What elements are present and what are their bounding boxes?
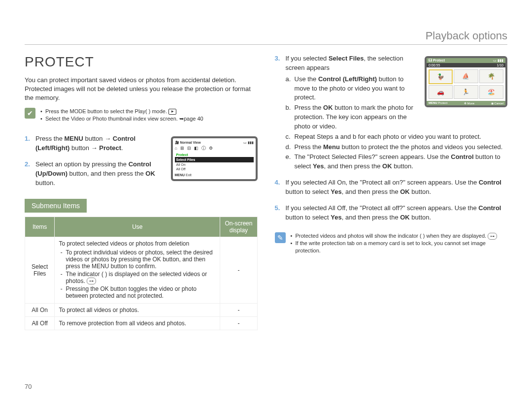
table-row: All Off To remove protection from all vi… [25, 317, 258, 330]
precondition-list: Press the MODE button to select the Play… [40, 108, 203, 123]
lcd-menu-protect: Protect [175, 153, 254, 157]
right-steps: If you selected Select Files, the select… [275, 54, 508, 222]
th-items: Items [25, 217, 55, 237]
page-number: 70 [25, 383, 32, 390]
left-steps: Press the MENU button → Control (Left/Ri… [25, 134, 258, 187]
cell-bullet: The indicator ( ) is displayed on the se… [66, 271, 216, 285]
cell-use: To protect all videos or photos. [55, 304, 220, 317]
step-2: Select an option by pressing the Control… [25, 160, 258, 188]
precondition-item: Select the Video or Photo thumbnail inde… [40, 115, 203, 123]
submenu-table: Items Use On-screen display Select Files… [25, 217, 258, 331]
cell-bullet: Pressing the OK button toggles the video… [66, 285, 216, 299]
table-row: All On To protect all videos or photos. … [25, 304, 258, 317]
cell-use: To protect selected videos or photos fro… [55, 237, 220, 304]
th-use: Use [55, 217, 220, 237]
header-rule [25, 44, 507, 45]
key-lock-icon: ⊶ [488, 233, 497, 240]
key-lock-icon: ⊶ [87, 278, 96, 284]
intro-text: You can protect important saved videos o… [25, 76, 258, 103]
step-1: Press the MENU button → Control (Left/Ri… [25, 134, 258, 153]
cell-item: All Off [25, 317, 55, 330]
cell-osd: - [220, 317, 257, 330]
step-5: If you selected All Off, the "Protect al… [275, 204, 508, 222]
cell-osd: - [220, 237, 257, 304]
cell-osd: - [220, 304, 257, 317]
cell-bullet: To protect individual videos or photos, … [66, 249, 216, 270]
precondition-item: Press the MODE button to select the Play… [40, 108, 203, 115]
cell-item: All On [25, 304, 55, 317]
submenu-heading: Submenu Items [25, 199, 87, 213]
precondition-note: ✔ Press the MODE button to select the Pl… [25, 108, 258, 128]
step-3: If you selected Select Files, the select… [275, 54, 508, 171]
step-4: If you selected All On, the "Protect all… [275, 178, 508, 197]
cell-item: Select Files [25, 237, 55, 304]
th-osd: On-screen display [220, 217, 257, 237]
section-header: Playback options [426, 30, 507, 42]
check-icon: ✔ [25, 108, 35, 119]
tip-note: ✎ Protected videos and photos will show … [275, 232, 508, 260]
tip-item: If the write protection tab on a memory … [291, 240, 508, 255]
page-title: PROTECT [25, 54, 258, 70]
table-row: Select Files To protect selected videos … [25, 237, 258, 304]
note-icon: ✎ [275, 232, 286, 243]
tip-list: Protected videos and photos will show th… [291, 232, 508, 255]
cell-use: To remove protection from all videos and… [55, 317, 220, 330]
manual-page: Playback options PROTECT You can protect… [0, 0, 532, 406]
left-column: PROTECT You can protect important saved … [25, 54, 258, 330]
right-column: 🎞 Protect▭ ▮▮▮ 0:00:551/10 🦆 ⛵ 🌴 🚗 🏃 🏖️ … [275, 54, 508, 330]
play-mode-icon [168, 109, 176, 115]
tip-item: Protected videos and photos will show th… [291, 232, 508, 240]
